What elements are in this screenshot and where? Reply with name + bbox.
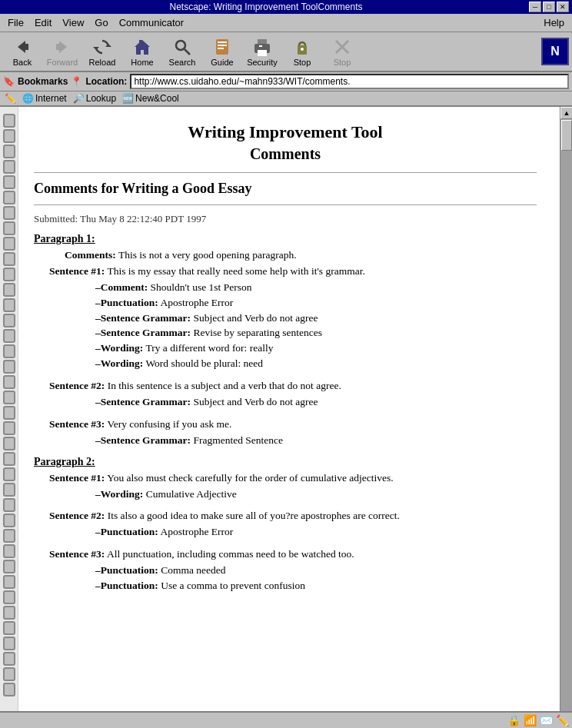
personal-icon: ✏️ bbox=[5, 93, 16, 104]
reload-label: Reload bbox=[89, 58, 116, 67]
spiral-ring bbox=[3, 590, 15, 604]
lookup-link[interactable]: 🔎 Lookup bbox=[73, 93, 116, 104]
status-bar: 🔒 📶 ✉️ ✏️ bbox=[0, 711, 572, 728]
paragraphs-container: Paragraph 1:Comments: This is not a very… bbox=[34, 233, 537, 593]
spiral-ring bbox=[3, 391, 15, 404]
internet-link[interactable]: 🌐 Internet bbox=[22, 93, 67, 104]
menu-help[interactable]: Help bbox=[539, 15, 569, 30]
svg-rect-13 bbox=[218, 48, 224, 49]
location-bar: 🔖 Bookmarks 📍 Location: bbox=[0, 72, 572, 91]
status-icon-3: ✉️ bbox=[540, 714, 553, 726]
content-wrapper: Writing Improvement Tool Comments Commen… bbox=[0, 107, 572, 728]
reload-button[interactable]: Reload bbox=[83, 35, 121, 68]
spiral-ring bbox=[3, 467, 15, 481]
spiral-ring bbox=[3, 329, 15, 343]
svg-rect-16 bbox=[258, 50, 267, 56]
paragraph-1: Paragraph 1:Comments: This is not a very… bbox=[34, 233, 537, 448]
svg-rect-7 bbox=[139, 40, 142, 45]
section-title: Comments for Writing a Good Essay bbox=[34, 181, 537, 197]
spiral-ring bbox=[3, 360, 15, 374]
paragraph-1-sentence-1-subcomment-2: –Punctuation: Apostrophe Error bbox=[95, 296, 537, 311]
menu-items: File Edit View Go Communicator bbox=[3, 15, 188, 30]
paragraph-1-sentence-3: Sentence #3: Very confusing if you ask m… bbox=[49, 417, 537, 448]
page-title: Writing Improvement Tool bbox=[34, 122, 537, 142]
spiral-ring bbox=[3, 252, 15, 266]
url-input[interactable] bbox=[130, 74, 569, 89]
spiral-ring bbox=[3, 268, 15, 281]
svg-marker-0 bbox=[18, 41, 25, 53]
guide-icon bbox=[211, 36, 233, 58]
spiral-ring bbox=[3, 298, 15, 312]
menu-edit[interactable]: Edit bbox=[30, 15, 56, 30]
print-icon bbox=[251, 36, 273, 58]
paragraph-1-sentence-3-subcomment-1: –Sentence Grammar: Fragmented Sentence bbox=[95, 434, 537, 448]
toolbar: Back Forward Reload Home bbox=[0, 32, 572, 72]
title-divider bbox=[34, 172, 537, 173]
security-button[interactable]: Stop bbox=[283, 35, 321, 68]
title-bar-right-controls[interactable]: ─ □ ✕ bbox=[529, 2, 569, 12]
search-label: Search bbox=[169, 58, 196, 67]
menu-file[interactable]: File bbox=[3, 15, 28, 30]
back-button[interactable]: Back bbox=[3, 35, 42, 68]
menu-communicator[interactable]: Communicator bbox=[115, 15, 189, 30]
bookmarks-label: Bookmarks bbox=[18, 76, 68, 87]
spiral-ring bbox=[3, 483, 15, 497]
svg-marker-2 bbox=[59, 41, 67, 53]
bookmark-icon: 🔖 bbox=[3, 76, 15, 87]
title-bar-text: Netscape: Writing Improvement ToolCommen… bbox=[3, 2, 529, 12]
paragraph-1-sentence-1-subcomment-3: –Sentence Grammar: Subject and Verb do n… bbox=[95, 311, 537, 326]
scroll-thumb[interactable] bbox=[561, 120, 572, 151]
menu-go[interactable]: Go bbox=[90, 15, 112, 30]
forward-button[interactable]: Forward bbox=[43, 35, 81, 68]
home-label: Home bbox=[131, 58, 153, 67]
paragraph-1-sentence-2-subcomment-1: –Sentence Grammar: Subject and Verb do n… bbox=[95, 395, 537, 410]
scroll-track[interactable] bbox=[560, 119, 572, 728]
spiral-ring bbox=[3, 575, 15, 589]
spiral-ring bbox=[3, 498, 15, 512]
maximize-button[interactable]: □ bbox=[543, 2, 555, 12]
guide-label: Guide bbox=[211, 58, 233, 67]
home-button[interactable]: Home bbox=[123, 35, 161, 68]
spiral-ring bbox=[3, 560, 15, 573]
status-icon-1: 🔒 bbox=[507, 714, 520, 726]
lookup-icon: 🔎 bbox=[73, 93, 85, 104]
paragraph-2: Paragraph 2:Sentence #1: You also must c… bbox=[34, 456, 537, 593]
svg-rect-1 bbox=[25, 44, 28, 50]
paragraph-2-sentence-3-subcomment-1: –Punctuation: Comma needed bbox=[95, 563, 537, 578]
page-content: Writing Improvement Tool Comments Commen… bbox=[18, 107, 560, 728]
print-button[interactable]: Security bbox=[243, 35, 281, 68]
paragraph-1-heading: Paragraph 1: bbox=[34, 233, 537, 245]
location-icon: 📍 bbox=[71, 76, 82, 87]
forward-icon bbox=[52, 36, 73, 58]
newcool-icon: 🆕 bbox=[122, 93, 134, 104]
spiral-ring bbox=[3, 637, 15, 650]
svg-line-9 bbox=[185, 49, 190, 55]
scroll-up-button[interactable]: ▲ bbox=[560, 107, 572, 119]
home-icon bbox=[131, 36, 153, 58]
personal-toolbar: ✏️ 🌐 Internet 🔎 Lookup 🆕 New&Cool bbox=[0, 91, 572, 107]
spiral-binding bbox=[0, 107, 18, 728]
scrollbar[interactable]: ▲ ▼ bbox=[560, 107, 572, 728]
spiral-ring bbox=[3, 283, 15, 297]
status-icon-2: 📶 bbox=[524, 714, 537, 726]
paragraph-1-sentence-1-subcomment-6: –Wording: Word should be plural: need bbox=[95, 357, 537, 371]
paragraph-2-sentence-1-subcomment-1: –Wording: Cumulative Adjective bbox=[95, 487, 537, 502]
spiral-ring bbox=[3, 606, 15, 620]
guide-button[interactable]: Guide bbox=[203, 35, 241, 68]
paragraph-2-sentence-2-text: Sentence #2: Its also a good idea to mak… bbox=[49, 509, 537, 524]
netscape-logo: N bbox=[541, 38, 569, 65]
svg-point-19 bbox=[301, 48, 304, 51]
close-button[interactable]: ✕ bbox=[557, 2, 569, 12]
menu-view[interactable]: View bbox=[58, 15, 88, 30]
svg-rect-17 bbox=[259, 45, 262, 47]
minimize-button[interactable]: ─ bbox=[529, 2, 541, 12]
newcool-link[interactable]: 🆕 New&Cool bbox=[122, 93, 179, 104]
paragraph-2-sentence-3: Sentence #3: All punctuation, including … bbox=[49, 547, 537, 593]
spiral-ring bbox=[3, 529, 15, 543]
paragraph-1-sentence-1-text: Sentence #1: This is my essay that reall… bbox=[49, 264, 537, 279]
paragraph-2-sentence-2-subcomment-1: –Punctuation: Apostrophe Error bbox=[95, 525, 537, 540]
status-icon-4: ✏️ bbox=[556, 714, 569, 726]
stop-button[interactable]: Stop bbox=[323, 35, 361, 68]
search-button[interactable]: Search bbox=[163, 35, 201, 68]
stop-label: Stop bbox=[334, 58, 351, 67]
